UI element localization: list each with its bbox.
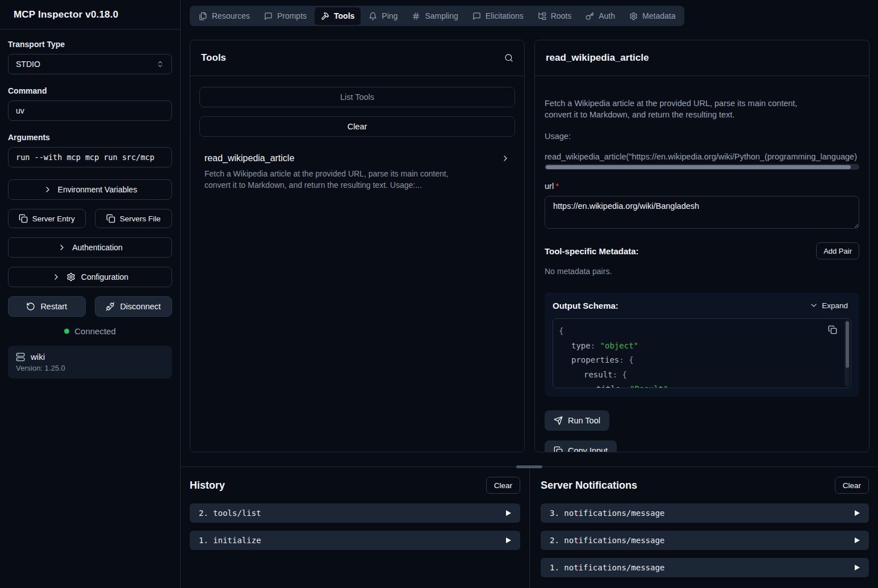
notification-item[interactable]: 1. notifications/message	[541, 558, 869, 577]
output-schema-label: Output Schema:	[553, 301, 618, 310]
history-panel: History Clear 2. tools/list1. initialize	[181, 467, 530, 588]
tool-detail-panel: read_wikipedia_article Fetch a Wikipedia…	[534, 40, 869, 452]
tab-label: Sampling	[425, 11, 458, 20]
sidebar-body: Transport Type STDIO Command Arguments E…	[0, 30, 180, 379]
server-notifications-list: 3. notifications/message2. notifications…	[541, 503, 869, 577]
list-tools-button[interactable]: List Tools	[199, 87, 515, 107]
tab-elicitations[interactable]: Elicitations	[466, 7, 530, 24]
search-icon	[504, 53, 513, 62]
tab-prompts[interactable]: Prompts	[258, 7, 313, 24]
server-notifications-title: Server Notifications	[541, 480, 637, 492]
tab-tools[interactable]: Tools	[315, 7, 361, 25]
search-button[interactable]	[504, 53, 513, 62]
schema-code-line: {	[553, 324, 836, 339]
tab-label: Tools	[334, 11, 354, 20]
configuration-button[interactable]: Configuration	[8, 267, 172, 287]
app-title: MCP Inspector v0.18.0	[14, 9, 118, 20]
url-input[interactable]: https://en.wikipedia.org/wiki/Bangladesh	[545, 196, 859, 229]
server-config-buttons: Server Entry Servers File	[8, 209, 172, 228]
chevron-right-icon	[43, 185, 52, 194]
play-icon	[855, 537, 860, 543]
tab-sampling[interactable]: Sampling	[405, 7, 464, 24]
servers-file-label: Servers File	[120, 215, 161, 223]
schema-vertical-scrollbar[interactable]	[844, 320, 850, 387]
notification-item[interactable]: 2. notifications/message	[541, 531, 869, 550]
notification-item[interactable]: 3. notifications/message	[541, 503, 869, 523]
server-entry-button[interactable]: Server Entry	[8, 209, 86, 228]
command-label: Command	[8, 86, 172, 95]
usage-code: read_wikipedia_article("https://en.wikip…	[545, 152, 859, 161]
bell-icon	[369, 12, 377, 20]
restart-label: Restart	[40, 302, 67, 311]
environment-variables-label: Environment Variables	[58, 185, 137, 194]
play-icon	[506, 537, 511, 543]
connection-status: Connected	[8, 326, 172, 336]
schema-code-line: type: "object"	[553, 339, 836, 354]
arguments-input[interactable]	[8, 147, 172, 167]
schema-code-line: properties: {	[553, 353, 836, 368]
chevron-right-icon	[501, 154, 510, 163]
disconnect-button[interactable]: Disconnect	[95, 296, 173, 317]
tool-list-item[interactable]: read_wikipedia_article Fetch a Wikipedia…	[199, 146, 515, 191]
server-entry-label: Server Entry	[32, 215, 75, 223]
required-asterisk: *	[555, 182, 559, 191]
environment-variables-button[interactable]: Environment Variables	[8, 179, 172, 200]
tab-resources[interactable]: Resources	[193, 7, 256, 24]
metadata-label: Tool-specific Metadata:	[545, 246, 639, 256]
transport-select[interactable]: STDIO	[8, 54, 172, 74]
tab-roots[interactable]: Roots	[532, 7, 578, 24]
main-area: ResourcesPromptsToolsPingSamplingElicita…	[181, 0, 878, 588]
bottom-split: History Clear 2. tools/list1. initialize…	[181, 467, 878, 588]
server-icon	[16, 352, 25, 362]
copy-input-button[interactable]: Copy Input	[545, 440, 617, 452]
authentication-button[interactable]: Authentication	[8, 237, 172, 258]
expand-label: Expand	[822, 301, 848, 310]
history-item[interactable]: 2. tools/list	[190, 503, 520, 523]
no-metadata-text: No metadata pairs.	[545, 267, 859, 276]
restart-button[interactable]: Restart	[8, 296, 86, 317]
tools-panel-body: List Tools Clear read_wikipedia_article …	[190, 76, 524, 201]
transport-value: STDIO	[16, 60, 40, 69]
tab-label: Resources	[212, 11, 250, 20]
history-title: History	[190, 480, 225, 492]
expand-schema-button[interactable]: Expand	[806, 300, 851, 310]
tab-auth[interactable]: Auth	[579, 7, 621, 24]
key-icon	[586, 12, 594, 20]
tools-panel-title: Tools	[201, 52, 226, 64]
tab-metadata[interactable]: Metadata	[623, 7, 682, 24]
hammer-icon	[321, 12, 329, 20]
scrollbar-thumb[interactable]	[546, 165, 851, 169]
tree-icon	[538, 12, 546, 20]
tab-label: Elicitations	[486, 11, 524, 20]
run-tool-button[interactable]: Run Tool	[545, 410, 609, 431]
tab-label: Prompts	[277, 11, 307, 20]
clear-history-button[interactable]: Clear	[486, 477, 520, 494]
hash-icon	[412, 12, 420, 20]
command-field: Command	[8, 86, 172, 121]
history-list: 2. tools/list1. initialize	[190, 503, 520, 550]
tab-ping[interactable]: Ping	[362, 7, 404, 24]
chevron-down-icon	[809, 301, 818, 310]
arguments-label: Arguments	[8, 133, 172, 142]
history-item[interactable]: 1. initialize	[190, 531, 520, 550]
output-schema-section: Output Schema: Expand {type: "object"pro…	[545, 292, 859, 397]
usage-horizontal-scrollbar[interactable]	[545, 164, 859, 170]
servers-file-button[interactable]: Servers File	[95, 209, 173, 228]
server-notifications-panel: Server Notifications Clear 3. notificati…	[530, 467, 878, 588]
clear-notifications-button[interactable]: Clear	[835, 477, 869, 494]
tool-name: read_wikipedia_article	[204, 153, 294, 163]
settings-icon	[629, 12, 638, 20]
play-icon	[855, 565, 860, 570]
url-field-label: url*	[545, 182, 859, 191]
clear-tools-button[interactable]: Clear	[199, 116, 515, 137]
notification-item-label: 2. notifications/message	[550, 536, 664, 545]
tool-detail-title: read_wikipedia_article	[546, 52, 649, 64]
scrollbar-thumb[interactable]	[846, 321, 849, 368]
tab-label: Auth	[599, 11, 615, 20]
copy-schema-button[interactable]	[828, 325, 837, 334]
notification-item-label: 3. notifications/message	[550, 509, 664, 518]
history-item-label: 2. tools/list	[199, 509, 261, 518]
add-pair-button[interactable]: Add Pair	[816, 242, 859, 259]
command-input[interactable]	[8, 100, 172, 121]
split-drag-handle[interactable]	[516, 465, 542, 468]
